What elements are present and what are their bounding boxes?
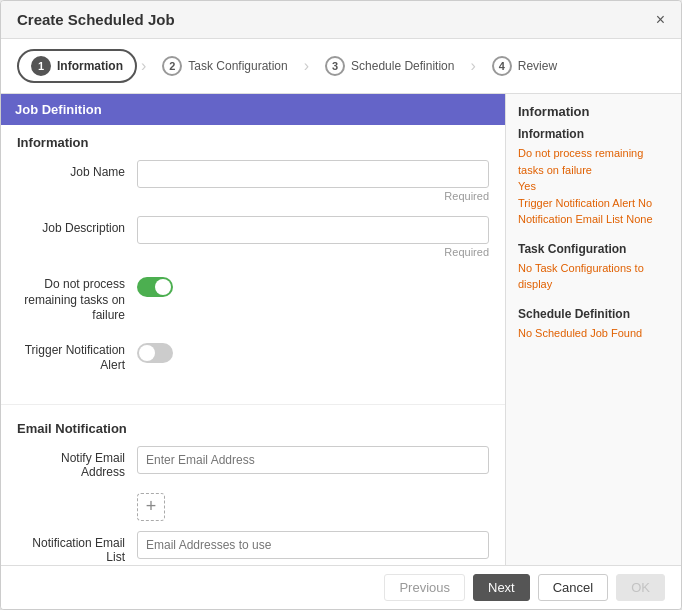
info-block-schedule-def: Schedule Definition No Scheduled Job Fou…: [518, 307, 669, 342]
notify-email-label: Notify Email Address: [17, 446, 137, 479]
modal: Create Scheduled Job × 1 Information › 2…: [0, 0, 682, 610]
step-separator-2: ›: [304, 57, 309, 75]
step-4-label: Review: [518, 59, 557, 73]
job-description-input[interactable]: [137, 216, 489, 244]
step-separator-1: ›: [141, 57, 146, 75]
info-line-0-3: Notification Email List None: [518, 211, 669, 228]
notification-email-list-label: Notification Email List: [17, 531, 137, 564]
notify-email-row: Notify Email Address: [17, 446, 489, 479]
job-name-wrap: Required: [137, 160, 489, 202]
info-line-1-0: No Task Configurations to display: [518, 260, 669, 293]
step-3-circle: 3: [325, 56, 345, 76]
close-icon[interactable]: ×: [656, 12, 665, 28]
ok-button[interactable]: OK: [616, 574, 665, 601]
left-panel: Job Definition Information Job Name Requ…: [1, 94, 506, 565]
cancel-button[interactable]: Cancel: [538, 574, 608, 601]
do-not-process-toggle-wrap: [137, 272, 173, 297]
info-block-task-config: Task Configuration No Task Configuration…: [518, 242, 669, 293]
notification-email-list-input[interactable]: [137, 531, 489, 559]
modal-title: Create Scheduled Job: [17, 11, 175, 28]
trigger-notification-toggle[interactable]: [137, 343, 173, 363]
do-not-process-label: Do not process remaining tasks on failur…: [17, 272, 137, 324]
step-4-review[interactable]: 4 Review: [480, 51, 569, 81]
info-line-0-1: Yes: [518, 178, 669, 195]
job-description-row: Job Description Required: [17, 216, 489, 258]
info-block-schedule-def-title: Schedule Definition: [518, 307, 669, 321]
step-1-circle: 1: [31, 56, 51, 76]
right-panel: Information Information Do not process r…: [506, 94, 681, 565]
info-line-2-0: No Scheduled Job Found: [518, 325, 669, 342]
info-block-task-config-title: Task Configuration: [518, 242, 669, 256]
info-block-information: Information Do not process remaining tas…: [518, 127, 669, 228]
job-description-required: Required: [137, 246, 489, 258]
job-name-required: Required: [137, 190, 489, 202]
previous-button[interactable]: Previous: [384, 574, 465, 601]
add-email-button[interactable]: +: [137, 493, 165, 521]
right-panel-title: Information: [518, 104, 669, 119]
information-title: Information: [17, 135, 489, 150]
divider: [1, 404, 505, 405]
notify-email-input[interactable]: [137, 446, 489, 474]
form-section-email: Email Notification Notify Email Address …: [1, 411, 505, 565]
job-name-input[interactable]: [137, 160, 489, 188]
job-name-row: Job Name Required: [17, 160, 489, 202]
step-1-label: Information: [57, 59, 123, 73]
step-4-circle: 4: [492, 56, 512, 76]
info-line-0-2: Trigger Notification Alert No: [518, 195, 669, 212]
step-2-label: Task Configuration: [188, 59, 287, 73]
main-content: Job Definition Information Job Name Requ…: [1, 94, 681, 565]
modal-header: Create Scheduled Job ×: [1, 1, 681, 39]
form-section-information: Information Job Name Required Job Descri…: [1, 125, 505, 398]
step-2-circle: 2: [162, 56, 182, 76]
stepper: 1 Information › 2 Task Configuration › 3…: [1, 39, 681, 94]
job-name-label: Job Name: [17, 160, 137, 179]
notification-email-list-wrap: [137, 531, 489, 559]
trigger-notification-label: Trigger Notification Alert: [17, 338, 137, 374]
job-description-label: Job Description: [17, 216, 137, 235]
modal-footer: Previous Next Cancel OK: [1, 565, 681, 609]
trigger-notification-row: Trigger Notification Alert: [17, 338, 489, 374]
job-description-wrap: Required: [137, 216, 489, 258]
section-header: Job Definition: [1, 94, 505, 125]
notify-email-wrap: [137, 446, 489, 474]
trigger-notification-toggle-wrap: [137, 338, 173, 363]
notification-email-list-row: Notification Email List: [17, 531, 489, 564]
step-2-task-configuration[interactable]: 2 Task Configuration: [150, 51, 299, 81]
info-line-0-0: Do not process remaining tasks on failur…: [518, 145, 669, 178]
step-3-schedule-definition[interactable]: 3 Schedule Definition: [313, 51, 466, 81]
email-notification-title: Email Notification: [17, 421, 489, 436]
step-separator-3: ›: [470, 57, 475, 75]
step-1-information[interactable]: 1 Information: [17, 49, 137, 83]
next-button[interactable]: Next: [473, 574, 530, 601]
do-not-process-row: Do not process remaining tasks on failur…: [17, 272, 489, 324]
info-block-information-title: Information: [518, 127, 669, 141]
do-not-process-toggle[interactable]: [137, 277, 173, 297]
step-3-label: Schedule Definition: [351, 59, 454, 73]
